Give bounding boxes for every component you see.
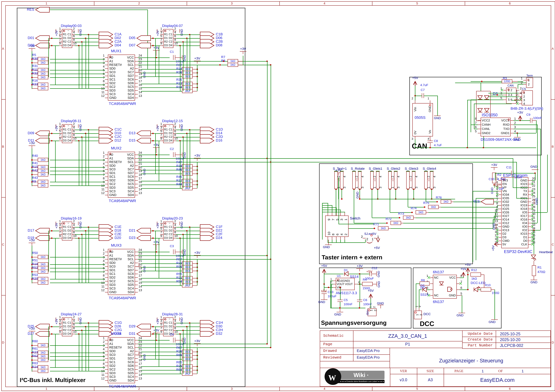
wire[interactable] bbox=[488, 93, 519, 93]
wire[interactable] bbox=[138, 259, 271, 260]
wire[interactable] bbox=[332, 205, 332, 213]
wire[interactable] bbox=[395, 189, 396, 199]
wire[interactable] bbox=[141, 359, 182, 359]
wire[interactable] bbox=[408, 189, 408, 207]
wire[interactable] bbox=[187, 327, 187, 374]
wire[interactable] bbox=[141, 267, 182, 268]
connector[interactable] bbox=[358, 171, 361, 189]
wire[interactable] bbox=[75, 42, 99, 42]
resistor[interactable] bbox=[481, 287, 491, 292]
wire[interactable] bbox=[176, 35, 200, 35]
net-flag[interactable] bbox=[200, 331, 214, 337]
wire[interactable] bbox=[75, 227, 99, 228]
wire[interactable] bbox=[267, 61, 268, 344]
wire[interactable] bbox=[197, 162, 197, 188]
wire[interactable] bbox=[138, 155, 170, 155]
connector[interactable] bbox=[370, 171, 374, 189]
wire[interactable] bbox=[55, 238, 56, 279]
wire[interactable] bbox=[155, 231, 156, 271]
wire[interactable] bbox=[79, 141, 79, 185]
wire[interactable] bbox=[88, 323, 89, 371]
wire[interactable] bbox=[141, 170, 182, 170]
net-flag[interactable] bbox=[200, 235, 214, 241]
net-flag[interactable] bbox=[35, 35, 50, 41]
wire[interactable] bbox=[159, 334, 159, 366]
net-flag[interactable] bbox=[35, 43, 50, 48]
wire[interactable] bbox=[437, 96, 438, 116]
wire[interactable] bbox=[50, 367, 105, 368]
wire[interactable] bbox=[416, 284, 420, 284]
wire[interactable] bbox=[428, 212, 496, 213]
wire[interactable] bbox=[141, 185, 182, 185]
wire[interactable] bbox=[183, 42, 183, 91]
wire[interactable] bbox=[352, 171, 356, 171]
wire[interactable] bbox=[75, 130, 99, 130]
net-flag[interactable] bbox=[35, 235, 50, 241]
wire[interactable] bbox=[332, 240, 332, 242]
wire[interactable] bbox=[159, 238, 159, 278]
wire[interactable] bbox=[473, 191, 473, 262]
wire[interactable] bbox=[138, 61, 267, 62]
net-flag[interactable] bbox=[99, 43, 113, 48]
wire[interactable] bbox=[426, 189, 426, 202]
wire[interactable] bbox=[155, 133, 156, 174]
wire[interactable] bbox=[513, 129, 540, 129]
wire[interactable] bbox=[406, 171, 410, 171]
wire[interactable] bbox=[391, 228, 493, 229]
wire[interactable] bbox=[520, 120, 530, 121]
wire[interactable] bbox=[180, 238, 181, 285]
wire[interactable] bbox=[271, 65, 271, 347]
wire[interactable] bbox=[516, 162, 517, 198]
wire[interactable] bbox=[50, 257, 105, 257]
wire[interactable] bbox=[141, 87, 182, 88]
wire[interactable] bbox=[430, 171, 434, 171]
wire[interactable] bbox=[376, 171, 380, 171]
wire[interactable] bbox=[75, 137, 99, 137]
wire[interactable] bbox=[513, 187, 528, 188]
wire[interactable] bbox=[187, 38, 187, 91]
net-flag[interactable] bbox=[200, 138, 214, 143]
wire[interactable] bbox=[339, 178, 339, 224]
wire[interactable] bbox=[324, 274, 327, 274]
wire[interactable] bbox=[82, 330, 82, 371]
wire[interactable] bbox=[474, 104, 512, 104]
wire[interactable] bbox=[330, 281, 331, 308]
wire[interactable] bbox=[359, 302, 360, 308]
connector[interactable] bbox=[376, 171, 380, 189]
wire[interactable] bbox=[328, 242, 365, 243]
dcc-diode[interactable] bbox=[422, 287, 427, 292]
wire[interactable] bbox=[75, 38, 99, 39]
wire[interactable] bbox=[176, 330, 200, 331]
wire[interactable] bbox=[79, 334, 79, 371]
wire[interactable] bbox=[190, 227, 190, 285]
wire[interactable] bbox=[176, 227, 200, 228]
wire[interactable] bbox=[512, 100, 519, 100]
opto-gate-icon[interactable] bbox=[447, 287, 452, 292]
wire[interactable] bbox=[88, 227, 89, 283]
wire[interactable] bbox=[370, 171, 374, 171]
diode[interactable] bbox=[477, 108, 483, 113]
wire[interactable] bbox=[141, 374, 182, 374]
wire[interactable] bbox=[349, 274, 360, 274]
net-flag[interactable] bbox=[35, 138, 50, 143]
wire[interactable] bbox=[471, 100, 471, 125]
wire[interactable] bbox=[50, 63, 105, 63]
wire[interactable] bbox=[197, 260, 197, 285]
opto-led-icon[interactable] bbox=[439, 282, 444, 286]
wire[interactable] bbox=[476, 198, 476, 260]
wire[interactable] bbox=[187, 231, 187, 285]
wire[interactable] bbox=[359, 300, 360, 300]
net-flag[interactable] bbox=[136, 331, 151, 337]
wire[interactable] bbox=[531, 223, 537, 223]
connector[interactable] bbox=[334, 171, 338, 189]
wire[interactable] bbox=[176, 234, 200, 235]
wire[interactable] bbox=[474, 104, 475, 129]
wire[interactable] bbox=[50, 9, 147, 10]
net-flag[interactable] bbox=[136, 43, 151, 48]
wire[interactable] bbox=[494, 202, 498, 202]
wire[interactable] bbox=[344, 240, 345, 242]
wire[interactable] bbox=[534, 230, 534, 254]
wire[interactable] bbox=[50, 185, 105, 186]
net-flag[interactable] bbox=[136, 228, 151, 234]
wire[interactable] bbox=[55, 45, 56, 85]
